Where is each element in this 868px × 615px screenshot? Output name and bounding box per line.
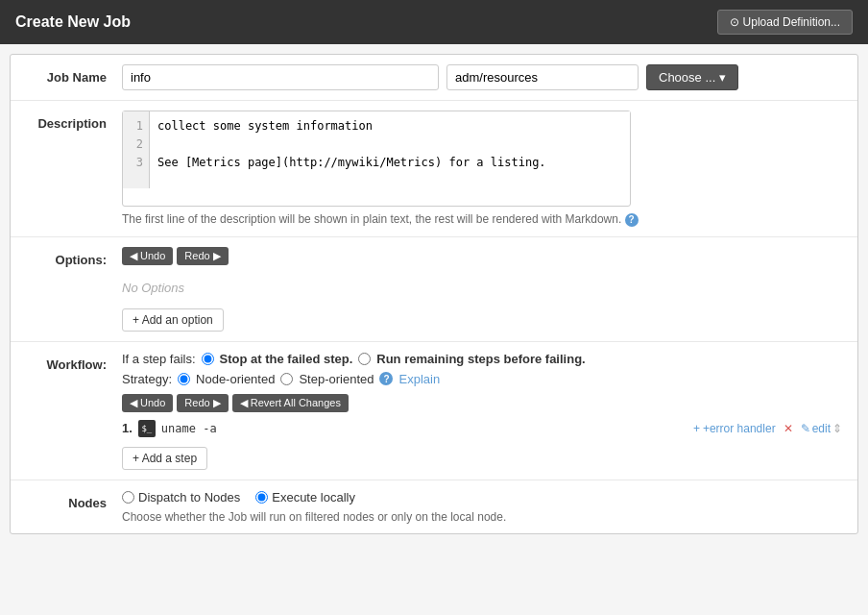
stop-failed-label[interactable]: Stop at the failed step. bbox=[220, 352, 353, 366]
description-row: Description 1 2 3 collect some system in… bbox=[11, 101, 857, 237]
options-row: Options: ◀ Undo Redo ▶ No Options + Add … bbox=[11, 237, 857, 342]
workflow-fail-row: If a step fails: Stop at the failed step… bbox=[122, 352, 842, 366]
description-help-icon[interactable]: ? bbox=[625, 213, 639, 227]
nodes-content: Dispatch to Nodes Execute locally Choose… bbox=[122, 490, 842, 524]
execute-local-label[interactable]: Execute locally bbox=[255, 490, 355, 504]
workflow-undo-button[interactable]: ◀ Undo bbox=[122, 394, 173, 412]
job-name-content: Choose ... ▾ bbox=[122, 64, 842, 90]
strategy-help-icon[interactable]: ? bbox=[379, 372, 393, 385]
job-name-label: Job Name bbox=[26, 64, 122, 85]
nodes-row: Nodes Dispatch to Nodes Execute locally … bbox=[11, 480, 857, 533]
workflow-content: If a step fails: Stop at the failed step… bbox=[122, 352, 842, 470]
choose-button[interactable]: Choose ... ▾ bbox=[646, 64, 738, 90]
dispatch-nodes-radio[interactable] bbox=[122, 491, 134, 504]
workflow-revert-button[interactable]: ◀ Revert All Changes bbox=[232, 394, 349, 412]
add-step-button[interactable]: + Add a step bbox=[122, 447, 207, 470]
step-command: $_ uname -a bbox=[138, 420, 217, 437]
upload-definition-button[interactable]: ⊙ Upload Definition... bbox=[717, 10, 853, 35]
edit-step-link[interactable]: ✎ edit ⇕ bbox=[801, 422, 842, 435]
stop-failed-radio[interactable] bbox=[202, 353, 214, 365]
step-actions: ++error handler ✕ ✎ edit ⇕ bbox=[693, 422, 842, 435]
options-toolbar: ◀ Undo Redo ▶ bbox=[122, 247, 842, 265]
dispatch-label[interactable]: Dispatch to Nodes bbox=[122, 490, 240, 504]
workflow-redo-button[interactable]: Redo ▶ bbox=[177, 394, 228, 412]
description-label: Description bbox=[26, 111, 122, 131]
step-list: 1. $_ uname -a ++error handler ✕ ✎ edit bbox=[122, 420, 842, 437]
run-remaining-label[interactable]: Run remaining steps before failing. bbox=[376, 352, 585, 366]
line-numbers: 1 2 3 bbox=[123, 111, 150, 188]
description-content: 1 2 3 collect some system information Se… bbox=[122, 111, 842, 227]
step-cmd-text: uname -a bbox=[161, 422, 217, 435]
workflow-fail-label: If a step fails: bbox=[122, 352, 196, 366]
step-type-icon: $_ bbox=[138, 420, 156, 437]
group-input[interactable] bbox=[446, 64, 639, 90]
job-name-row: Job Name Choose ... ▾ bbox=[11, 55, 857, 101]
options-redo-button[interactable]: Redo ▶ bbox=[177, 247, 228, 265]
workflow-toolbar: ◀ Undo Redo ▶ ◀ Revert All Changes bbox=[122, 394, 842, 412]
header: Create New Job ⊙ Upload Definition... bbox=[0, 0, 868, 44]
step-oriented-label[interactable]: Step-oriented bbox=[299, 372, 374, 386]
remove-step-link[interactable]: ✕ bbox=[784, 422, 793, 435]
strategy-label: Strategy: bbox=[122, 372, 172, 386]
add-option-button[interactable]: + Add an option bbox=[122, 308, 224, 332]
options-undo-button[interactable]: ◀ Undo bbox=[122, 247, 173, 265]
workflow-strategy-row: Strategy: Node-oriented Step-oriented ? … bbox=[122, 372, 842, 386]
job-name-input[interactable] bbox=[122, 64, 439, 90]
step-number: 1. bbox=[122, 421, 133, 435]
options-label: Options: bbox=[26, 247, 122, 267]
explain-link[interactable]: Explain bbox=[398, 372, 440, 386]
execute-locally-radio[interactable] bbox=[255, 491, 268, 504]
options-content: ◀ Undo Redo ▶ No Options + Add an option bbox=[122, 247, 842, 332]
run-remaining-radio[interactable] bbox=[358, 353, 371, 365]
form-container: Job Name Choose ... ▾ Description 1 2 3 … bbox=[10, 54, 858, 534]
no-options-text: No Options bbox=[122, 273, 842, 303]
error-handler-link[interactable]: ++error handler bbox=[693, 422, 776, 435]
nodes-radio-row: Dispatch to Nodes Execute locally bbox=[122, 490, 842, 504]
workflow-row: Workflow: If a step fails: Stop at the f… bbox=[11, 342, 857, 480]
description-hint: The first line of the description will b… bbox=[122, 212, 842, 227]
workflow-label: Workflow: bbox=[26, 352, 122, 372]
step-oriented-radio[interactable] bbox=[280, 373, 293, 385]
node-oriented-label[interactable]: Node-oriented bbox=[196, 372, 275, 386]
node-oriented-radio[interactable] bbox=[178, 373, 190, 385]
nodes-hint: Choose whether the Job will run on filte… bbox=[122, 510, 842, 524]
description-textarea[interactable]: collect some system information See [Met… bbox=[150, 111, 630, 188]
table-row: 1. $_ uname -a ++error handler ✕ ✎ edit bbox=[122, 420, 842, 437]
page-title: Create New Job bbox=[15, 13, 131, 31]
description-editor[interactable]: 1 2 3 collect some system information Se… bbox=[122, 111, 631, 207]
nodes-label: Nodes bbox=[26, 490, 122, 510]
